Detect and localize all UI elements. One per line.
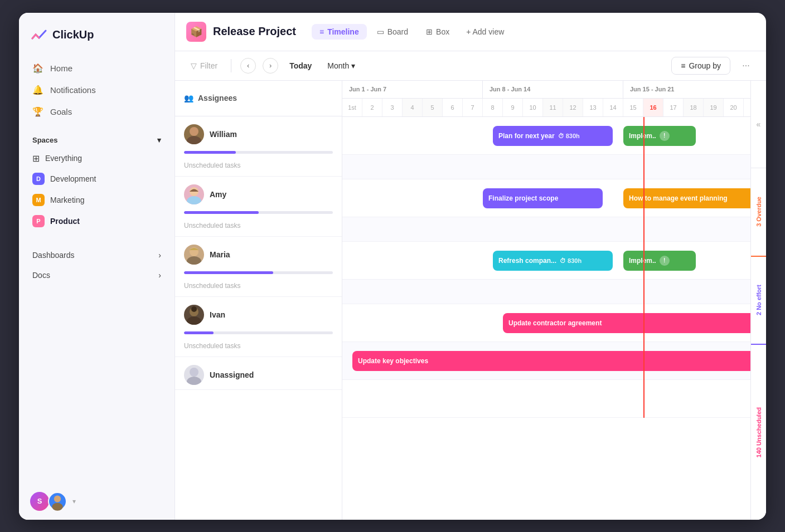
- sidebar-bottom-section: Dashboards › Docs ›: [19, 241, 175, 290]
- tab-board[interactable]: ▭ Board: [369, 24, 416, 40]
- day-col-2: 2: [362, 99, 382, 116]
- app-container: ClickUp 🏠 Home 🔔 Notifications 🏆 Goals S…: [19, 13, 766, 520]
- person-name-maria: Maria: [210, 250, 230, 259]
- gantt-side-labels: « 3 Overdue 2 No effort 140 Unscheduled: [750, 81, 766, 520]
- unassigned-avatar-img: [184, 365, 204, 385]
- tab-box[interactable]: ⊞ Box: [418, 24, 457, 40]
- day-col-7: 7: [463, 99, 483, 116]
- filter-icon: ▽: [191, 61, 197, 70]
- tab-timeline[interactable]: ≡ Timeline: [312, 24, 367, 40]
- box-icon: ⊞: [426, 27, 433, 36]
- top-bar: 📦 Release Project ≡ Timeline ▭ Board ⊞ B…: [175, 13, 766, 51]
- task-bar-update-key-objectives[interactable]: Update key objectives ⏱ 830h: [352, 351, 766, 371]
- collapse-icon[interactable]: «: [757, 120, 761, 129]
- day-col-1st: 1st: [342, 99, 362, 116]
- task-bar-contractor-agreement[interactable]: Update contractor agreement: [503, 313, 766, 333]
- sidebar-item-notifications[interactable]: 🔔 Notifications: [26, 79, 168, 101]
- maria-avatar-img: [184, 245, 204, 265]
- svg-point-10: [191, 306, 197, 312]
- chevron-down-icon: ▾: [351, 61, 355, 70]
- sidebar-item-marketing[interactable]: M Marketing: [26, 189, 168, 211]
- avatar-s[interactable]: S: [30, 492, 49, 511]
- task-bar-plan-next-year[interactable]: Plan for next year ⏱ 830h: [493, 126, 613, 146]
- person-name-william: William: [210, 130, 237, 139]
- assignees-icon: 👥: [184, 94, 193, 103]
- timeline-next-button[interactable]: ›: [263, 58, 278, 74]
- today-button[interactable]: Today: [285, 59, 316, 72]
- chevron-right-icon: ›: [158, 271, 161, 280]
- avatar-a[interactable]: [48, 492, 67, 511]
- task-bar-finalize-scope[interactable]: Finalize project scope: [483, 188, 603, 208]
- person-name-ivan: Ivan: [210, 310, 225, 319]
- sidebar-item-dashboards[interactable]: Dashboards ›: [26, 245, 168, 265]
- group-by-icon: ≡: [681, 61, 685, 70]
- chevron-right-icon: ›: [158, 251, 161, 260]
- spaces-header[interactable]: Spaces ▾: [26, 134, 168, 149]
- timeline-weeks: Jun 1 - Jun 7 Jun 8 - Jun 14 Jun 15 - Ju…: [342, 81, 766, 99]
- svg-point-11: [190, 368, 198, 377]
- goals-icon: 🏆: [32, 106, 43, 117]
- svg-point-12: [187, 377, 201, 385]
- progress-ivan: [184, 331, 333, 334]
- group-by-button[interactable]: ≡ Group by: [671, 57, 730, 75]
- task-bar-event-planning[interactable]: How to manage event planning: [623, 188, 766, 208]
- timeline-icon: ≡: [319, 27, 324, 36]
- sidebar-item-everything[interactable]: ⊞ Everything: [26, 149, 168, 168]
- day-col-12: 12: [563, 99, 583, 116]
- gantt-right-panel[interactable]: Jun 1 - Jun 7 Jun 8 - Jun 14 Jun 15 - Ju…: [342, 81, 766, 418]
- avatar-unassigned: [184, 365, 204, 385]
- avatar-amy: [184, 184, 204, 204]
- unscheduled-ivan: Unscheduled tasks: [175, 339, 342, 357]
- task-bar-refresh-company[interactable]: Refresh compan... ⏱ 830h: [493, 251, 613, 271]
- svg-point-3: [187, 136, 201, 144]
- day-col-16: 16: [643, 99, 663, 116]
- task-bar-implement-william[interactable]: Implem.. !: [623, 126, 696, 146]
- task-hours: ⏱ 830h: [560, 257, 582, 264]
- avatar-dropdown-icon[interactable]: ▾: [72, 497, 76, 505]
- avatar-william: [184, 124, 204, 144]
- sidebar-item-product[interactable]: P Product: [26, 211, 168, 232]
- development-dot: D: [32, 173, 45, 185]
- week-jun15: Jun 15 - Jun 21: [623, 81, 764, 98]
- amy-avatar-img: [184, 184, 204, 204]
- timeline-row-unassigned: [342, 380, 766, 418]
- filter-button[interactable]: ▽ Filter: [186, 59, 222, 72]
- sidebar-item-home[interactable]: 🏠 Home: [26, 57, 168, 79]
- sidebar-item-development[interactable]: D Development: [26, 168, 168, 189]
- timeline-row-william-unsched: [342, 155, 766, 179]
- sidebar-item-docs[interactable]: Docs ›: [26, 265, 168, 285]
- gantt-row-ivan: Ivan Unscheduled tasks: [175, 297, 342, 357]
- task-bar-implement-maria[interactable]: Implem.. !: [623, 251, 696, 271]
- progress-william: [184, 151, 333, 154]
- timeline-prev-button[interactable]: ‹: [240, 58, 256, 74]
- svg-point-0: [54, 495, 61, 502]
- no-effort-section: 2 No effort: [751, 257, 766, 345]
- timeline-row-maria-unsched: [342, 280, 766, 304]
- svg-point-5: [187, 196, 201, 204]
- day-col-13: 13: [583, 99, 603, 116]
- person-unassigned: Unassigned: [175, 357, 342, 389]
- unscheduled-william: Unscheduled tasks: [175, 158, 342, 176]
- project-title: Release Project: [213, 25, 296, 38]
- notifications-icon: 🔔: [32, 85, 43, 95]
- overdue-label: 3 Overdue: [755, 197, 762, 227]
- task-badge: !: [660, 256, 670, 266]
- gantt-right-wrapper: Jun 1 - Jun 7 Jun 8 - Jun 14 Jun 15 - Ju…: [342, 81, 766, 520]
- progress-fill-amy: [184, 211, 259, 214]
- toolbar: ▽ Filter ‹ › Today Month ▾ ≡ Group by ··…: [175, 51, 766, 81]
- day-col-15: 15: [623, 99, 643, 116]
- gantt-timeline-body: Plan for next year ⏱ 830h Implem.. !: [342, 117, 766, 418]
- month-selector[interactable]: Month ▾: [323, 59, 360, 72]
- task-badge: !: [660, 131, 670, 141]
- logo: ClickUp: [19, 13, 175, 55]
- sidebar-item-label: Home: [50, 64, 72, 73]
- gantt-row-amy: Amy Unscheduled tasks: [175, 177, 342, 237]
- sidebar-nav: 🏠 Home 🔔 Notifications 🏆 Goals: [19, 55, 175, 125]
- more-options-button[interactable]: ···: [737, 57, 755, 75]
- day-col-14: 14: [603, 99, 623, 116]
- person-maria: Maria: [175, 237, 342, 269]
- sidebar-item-goals[interactable]: 🏆 Goals: [26, 101, 168, 123]
- add-view-button[interactable]: + Add view: [459, 24, 511, 40]
- person-ivan: Ivan: [175, 297, 342, 329]
- gantt-area: 👥 Assignees William: [175, 81, 766, 520]
